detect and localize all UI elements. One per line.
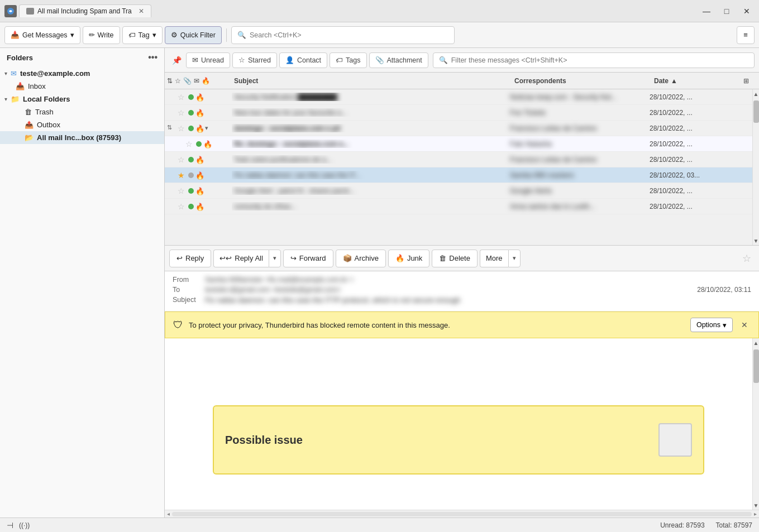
h-scroll-track — [172, 512, 752, 516]
filter-search-box[interactable]: 🔍 — [433, 52, 755, 68]
options-button[interactable]: Options ▾ — [690, 318, 733, 332]
email-row[interactable]: ☆ 🔥 Todo sobre purificadores de a... Fra… — [165, 152, 752, 167]
local-folders-icon: 📁 — [11, 95, 20, 103]
date-col-header[interactable]: Date ▲ — [654, 77, 743, 85]
subject-value: Fix natlas daemon: can this case the ITT… — [205, 296, 460, 304]
quick-filter-label: Quick Filter — [180, 31, 216, 39]
search-box[interactable]: 🔍 — [231, 26, 455, 44]
email-list: ☆ 🔥 Security Notification ████████ Notic… — [165, 89, 752, 245]
email-row[interactable]: ⇅ ☆ 🔥 ▾ domingo - socialplane.com e pd F… — [165, 121, 752, 136]
msg-scroll-down[interactable]: ▼ — [753, 501, 760, 510]
junk-button[interactable]: 🔥 Junk — [388, 250, 429, 267]
delete-button[interactable]: 🗑 Delete — [432, 250, 478, 267]
write-icon: ✏ — [89, 31, 95, 39]
starred-filter-button[interactable]: ☆ Starred — [232, 52, 277, 68]
write-button[interactable]: ✏ Write — [83, 26, 120, 44]
horizontal-scrollbar[interactable]: ◂ ▸ — [165, 510, 759, 517]
star-icon[interactable]: ☆ — [178, 124, 187, 133]
get-messages-dropdown-icon[interactable]: ▾ — [70, 31, 74, 39]
scroll-up-arrow[interactable]: ▲ — [753, 89, 760, 98]
tags-filter-button[interactable]: 🏷 Tags — [330, 52, 366, 68]
from-value: Samba Williamster <fix.mail@example.com.… — [205, 276, 751, 284]
search-input[interactable] — [250, 31, 448, 39]
star-icon[interactable]: ☆ — [185, 140, 194, 148]
subject-cell: comunity do cifrao... — [232, 202, 508, 210]
more-button[interactable]: More — [480, 250, 508, 267]
sidebar-item-outbox[interactable]: 📤 Outbox — [0, 118, 164, 131]
scroll-right-arrow[interactable]: ▸ — [752, 511, 759, 517]
star-icon[interactable]: ☆ — [178, 155, 187, 164]
unread-label: Unread — [201, 56, 224, 64]
menu-button[interactable]: ≡ — [737, 26, 755, 44]
folders-menu-icon[interactable]: ••• — [148, 52, 157, 63]
email-list-scrollbar[interactable]: ▲ ▼ — [752, 89, 759, 245]
get-messages-button[interactable]: 📥 Get Messages ▾ — [4, 26, 80, 44]
thread-collapse-icon[interactable]: ⇅ — [167, 124, 176, 133]
star-message-icon[interactable]: ☆ — [739, 251, 755, 266]
email-row[interactable]: ☆ 🔥 Re: domingo - socialplane.com e... F… — [165, 136, 752, 152]
star-icon[interactable]: ☆ — [178, 93, 187, 102]
trash-label: Trash — [35, 108, 54, 116]
header-controls-col: ⇅ ☆ 📎 ✉ 🔥 — [165, 77, 232, 85]
expand-icon[interactable]: ▾ — [205, 124, 213, 132]
delete-label: Delete — [449, 254, 470, 262]
layout-icon[interactable]: ⊣ — [7, 521, 13, 530]
scroll-left-arrow[interactable]: ◂ — [165, 511, 172, 517]
message-preview: From Samba Williamster <fix.mail@example… — [165, 271, 759, 517]
email-row[interactable]: ★ 🔥 Fix natlas daemon: can this case the… — [165, 167, 752, 183]
pin-icon[interactable]: 📌 — [169, 53, 184, 68]
read-dot — [188, 157, 194, 162]
sidebar-item-all-mail[interactable]: 📂 All mail Inc...box (87593) — [0, 131, 164, 144]
email-row[interactable]: ☆ 🔥 comunity do cifrao... Anna santos da… — [165, 199, 752, 214]
tag-button[interactable]: 🏷 Tag ▾ — [122, 26, 163, 44]
read-dot — [196, 141, 202, 147]
star-icon[interactable]: ☆ — [178, 186, 187, 195]
junk-icon: 🔥 — [195, 171, 203, 179]
minimize-btn[interactable]: — — [699, 5, 714, 17]
forward-button[interactable]: ↪ Forward — [283, 250, 333, 267]
scroll-down-arrow[interactable]: ▼ — [753, 236, 760, 245]
reply-all-dropdown[interactable]: ▾ — [269, 250, 281, 267]
unread-filter-button[interactable]: ✉ Unread — [186, 52, 230, 68]
tab-close-btn[interactable]: ✕ — [139, 7, 144, 15]
columns-icon[interactable]: ⊞ — [743, 77, 749, 85]
inbox-icon: 📥 — [16, 82, 25, 90]
msg-scroll-up[interactable]: ▲ — [753, 338, 760, 347]
message-scrollbar[interactable]: ▲ ▼ — [752, 338, 759, 510]
filter-search-input[interactable] — [451, 56, 748, 64]
attachment-filter-button[interactable]: 📎 Attachment — [369, 52, 428, 68]
more-dropdown[interactable]: ▾ — [508, 250, 521, 267]
contact-filter-button[interactable]: 👤 Contact — [279, 52, 327, 68]
close-banner-button[interactable]: ✕ — [738, 319, 751, 331]
read-dot — [188, 110, 194, 116]
sidebar-item-account[interactable]: ▾ ✉ teste@example.com — [0, 67, 164, 80]
scroll-thumb[interactable] — [753, 100, 759, 123]
archive-button[interactable]: 📦 Archive — [336, 250, 386, 267]
star-icon[interactable]: ☆ — [178, 202, 187, 211]
reply-all-button[interactable]: ↩↩ Reply All — [213, 250, 269, 267]
date-cell: 28/10/2022, ... — [647, 187, 737, 195]
reply-button[interactable]: ↩ Reply — [169, 250, 211, 267]
email-row[interactable]: ☆ 🔥 Google Alert - patrol N - shares par… — [165, 183, 752, 199]
sidebar-item-inbox[interactable]: 📥 Inbox — [0, 80, 164, 93]
main-tab[interactable]: All mail Including Spam and Tra ✕ — [19, 4, 151, 17]
email-row[interactable]: ☆ 🔥 New tour dates for your favourite a.… — [165, 105, 752, 121]
read-dot — [188, 126, 194, 131]
audio-icon[interactable]: ((·)) — [19, 521, 30, 529]
junk-header-icon: 🔥 — [202, 77, 210, 85]
email-row[interactable]: ☆ 🔥 Security Notification ████████ Notic… — [165, 89, 752, 105]
star-icon[interactable]: ☆ — [178, 108, 187, 117]
date-cell: 28/10/2022, ... — [647, 124, 737, 132]
msg-scroll-thumb[interactable] — [753, 349, 759, 383]
quick-filter-button[interactable]: ⚙ Quick Filter — [165, 26, 222, 44]
archive-icon: 📦 — [343, 254, 352, 262]
close-btn[interactable]: ✕ — [739, 5, 755, 17]
thread-sort-icon[interactable]: ⇅ — [167, 77, 173, 85]
email-list-header: ⇅ ☆ 📎 ✉ 🔥 Subject Correspondents Date ▲ — [165, 73, 759, 89]
maximize-btn[interactable]: □ — [719, 5, 734, 17]
to-label: To — [173, 286, 201, 294]
star-icon[interactable]: ★ — [178, 171, 187, 180]
sidebar-item-trash[interactable]: 🗑 Trash — [0, 106, 164, 118]
thread-icon — [167, 93, 176, 102]
sidebar-item-local-folders[interactable]: ▾ 📁 Local Folders — [0, 93, 164, 106]
